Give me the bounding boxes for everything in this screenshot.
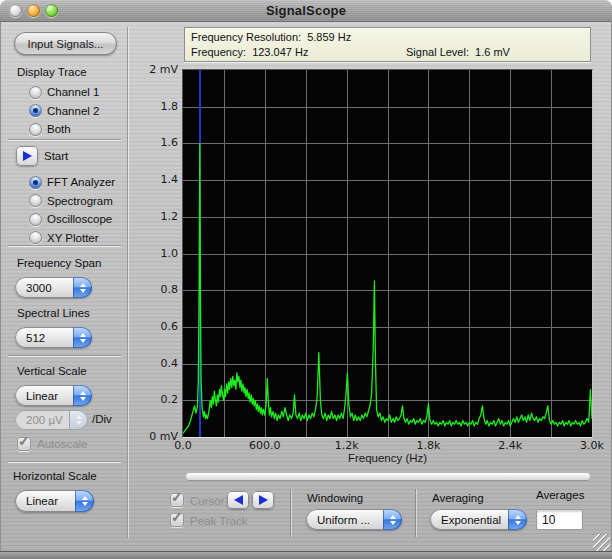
y-tick-label: 1.8 [161, 100, 179, 113]
averages-label: Averages [536, 489, 584, 501]
averages-input[interactable]: 10 [536, 509, 583, 530]
display-trace-radio-group: Channel 1Channel 2Both [29, 83, 99, 139]
radio-fft-analyzer[interactable] [29, 176, 42, 189]
radio-oscilloscope[interactable] [29, 213, 42, 226]
display-trace-label: Display Trace [17, 66, 87, 78]
cursor-right-button[interactable] [252, 491, 274, 509]
plot-bottom-groove [186, 473, 590, 480]
fft-trace [183, 143, 592, 433]
window-bottom-edge [0, 551, 612, 559]
y-tick-label: 0.2 [161, 393, 179, 406]
averaging-select[interactable]: Exponential [430, 509, 527, 530]
radio-label-oscilloscope: Oscilloscope [47, 213, 112, 225]
sidebar-divider [127, 27, 128, 538]
bottom-divider [415, 489, 416, 537]
window-title: SignalScope [266, 3, 346, 18]
start-label: Start [44, 150, 68, 162]
x-tick-label: 600.0 [249, 439, 281, 452]
stepper-icon [383, 509, 402, 530]
y-tick-label: 2 mV [149, 63, 178, 76]
arrow-right-icon [259, 495, 268, 505]
input-signals-button[interactable]: Input Signals... [14, 32, 117, 55]
x-tick-label: 3.0k [580, 439, 604, 452]
cursor-label: Cursor [190, 495, 225, 507]
x-axis-ticks: 0.0600.01.2k1.8k2.4k3.0k [183, 439, 592, 452]
spectral-lines-select[interactable]: 512 [15, 327, 92, 348]
frequency-resolution-readout: Frequency Resolution: 5.859 Hz [191, 31, 351, 43]
zoom-button-icon[interactable] [45, 4, 58, 17]
radio-row-oscilloscope[interactable]: Oscilloscope [29, 210, 115, 229]
resize-grip-icon[interactable] [593, 534, 610, 551]
radio-row-channel-1[interactable]: Channel 1 [29, 83, 99, 102]
fft-plot-canvas[interactable] [183, 70, 592, 437]
cursor-checkbox [170, 493, 184, 507]
horizontal-scale-label: Horizontal Scale [13, 470, 97, 482]
vertical-scale-label: Vertical Scale [17, 365, 87, 377]
peak-track-label: Peak Track [190, 515, 248, 527]
radio-label-spectrogram: Spectrogram [47, 195, 113, 207]
analyzer-mode-radio-group: FFT AnalyzerSpectrogramOscilloscopeXY Pl… [29, 173, 115, 247]
y-tick-label: 0.8 [161, 283, 179, 296]
sidebar-separator [8, 355, 121, 357]
signal-level-readout: Signal Level: 1.6 mV [406, 46, 510, 58]
windowing-label: Windowing [307, 492, 363, 504]
radio-row-spectrogram[interactable]: Spectrogram [29, 192, 115, 211]
averaging-label: Averaging [432, 492, 484, 504]
sidebar-separator [8, 461, 121, 463]
readout-panel: Frequency Resolution: 5.859 Hz Frequency… [184, 27, 591, 62]
y-tick-label: 1.2 [161, 210, 179, 223]
stepper-icon [69, 410, 88, 430]
radio-row-channel-2[interactable]: Channel 2 [29, 102, 99, 121]
x-tick-label: 0.0 [174, 439, 192, 452]
volts-per-div-select: 200 µV [15, 410, 88, 430]
radio-row-fft-analyzer[interactable]: FFT Analyzer [29, 173, 115, 192]
y-tick-label: 0.4 [161, 357, 179, 370]
autoscale-label: Autoscale [37, 438, 88, 450]
stepper-icon [73, 327, 92, 348]
radio-label-both: Both [47, 123, 71, 135]
play-icon [23, 151, 32, 161]
stepper-icon [508, 509, 527, 530]
fft-plot[interactable] [182, 69, 593, 438]
y-tick-label: 0.6 [161, 320, 179, 333]
signalscope-window: SignalScope Input Signals... Display Tra… [0, 0, 612, 559]
minimize-button-icon[interactable] [27, 4, 40, 17]
autoscale-checkbox [17, 437, 31, 451]
start-button[interactable] [16, 146, 38, 166]
cursor-left-button[interactable] [227, 491, 249, 509]
y-tick-label: 1.4 [161, 173, 179, 186]
radio-label-channel-2: Channel 2 [47, 105, 99, 117]
radio-both[interactable] [29, 123, 42, 136]
title-bar[interactable]: SignalScope [0, 0, 612, 22]
close-button-icon[interactable] [9, 4, 22, 17]
radio-label-xy-plotter: XY Plotter [47, 232, 99, 244]
y-tick-label: 1.0 [161, 247, 179, 260]
radio-xy-plotter[interactable] [29, 231, 42, 244]
radio-channel-1[interactable] [29, 86, 42, 99]
x-tick-label: 1.8k [416, 439, 440, 452]
windowing-select[interactable]: Uniform ... [306, 509, 402, 530]
x-tick-label: 1.2k [335, 439, 359, 452]
radio-channel-2[interactable] [29, 104, 42, 117]
vertical-scale-select[interactable]: Linear [15, 385, 92, 406]
x-axis-title: Frequency (Hz) [183, 452, 592, 464]
stepper-icon [73, 277, 92, 298]
radio-spectrogram[interactable] [29, 194, 42, 207]
y-axis-ticks: 2 mV1.81.61.41.21.00.80.60.40.20 mV [138, 70, 178, 437]
peak-track-checkbox [170, 513, 184, 527]
stepper-icon [75, 490, 94, 512]
per-div-suffix-label: /Div [92, 413, 112, 425]
spectral-lines-label: Spectral Lines [17, 307, 90, 319]
x-tick-label: 2.4k [498, 439, 522, 452]
sidebar-separator [8, 245, 121, 247]
stepper-icon [73, 385, 92, 406]
bottom-divider [290, 489, 291, 537]
frequency-readout: Frequency: 123.047 Hz [191, 46, 308, 58]
y-tick-label: 1.6 [161, 136, 179, 149]
horizontal-scale-select[interactable]: Linear [15, 490, 94, 512]
radio-row-both[interactable]: Both [29, 120, 99, 139]
frequency-span-select[interactable]: 3000 [15, 277, 92, 298]
arrow-left-icon [234, 495, 243, 505]
radio-label-channel-1: Channel 1 [47, 86, 99, 98]
sidebar-separator [8, 139, 121, 141]
